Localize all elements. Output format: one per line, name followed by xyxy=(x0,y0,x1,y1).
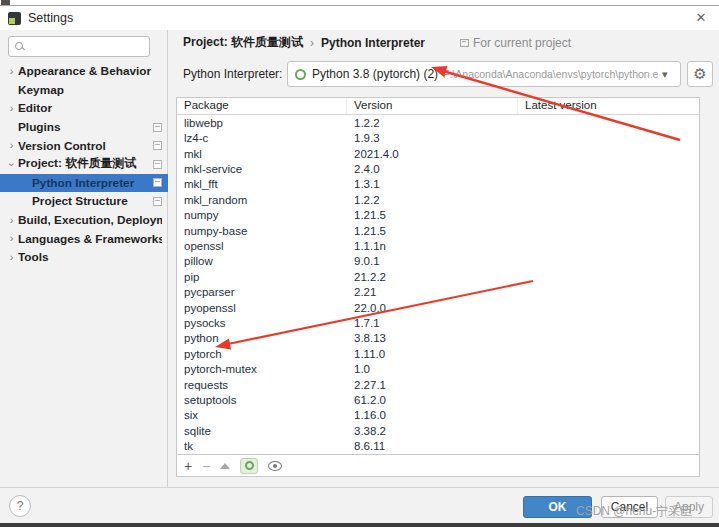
table-row[interactable]: numpy1.21.5 xyxy=(177,207,699,222)
sidebar-item-keymap[interactable]: Keymap xyxy=(0,81,168,100)
package-name-cell: mkl-service xyxy=(177,163,347,175)
package-name-cell: mkl_random xyxy=(177,194,347,206)
package-name-cell: python xyxy=(177,332,347,344)
version-cell: 1.2.2 xyxy=(347,117,518,129)
table-row[interactable]: libwebp1.2.2 xyxy=(177,115,699,130)
column-header-latest-version[interactable]: Latest version xyxy=(518,98,699,114)
table-row[interactable]: pytorch1.11.0 xyxy=(177,346,699,361)
sidebar-item-label: Appearance & Behavior xyxy=(18,64,162,78)
per-project-settings-icon xyxy=(153,123,162,132)
table-row[interactable]: tk8.6.11 xyxy=(177,439,699,454)
watermark: CSDN @henu-宁采臣 xyxy=(576,503,692,520)
version-cell: 8.6.11 xyxy=(347,440,518,452)
breadcrumb-page: Python Interpreter xyxy=(321,36,425,50)
table-row[interactable]: requests2.27.1 xyxy=(177,377,699,392)
sidebar-item-build-execution-deployment[interactable]: ›Build, Execution, Deployment xyxy=(0,211,168,230)
chevron-right-icon[interactable]: › xyxy=(5,251,18,264)
package-table-header: Package Version Latest version xyxy=(177,98,699,115)
package-name-cell: pytorch xyxy=(177,348,347,360)
version-cell: 1.2.2 xyxy=(347,194,518,206)
sidebar-item-tools[interactable]: ›Tools xyxy=(0,248,168,267)
version-cell: 1.11.0 xyxy=(347,348,518,360)
package-toolbar: + − xyxy=(176,455,700,477)
sidebar-item-label: Project: 软件质量测试 xyxy=(18,156,153,172)
interpreter-select[interactable]: Python 3.8 (pytorch) (2) F:\Anaconda\Ana… xyxy=(287,61,681,87)
table-row[interactable]: mkl-service2.4.0 xyxy=(177,161,699,176)
version-cell: 1.21.5 xyxy=(347,209,518,221)
table-row[interactable]: pip21.2.2 xyxy=(177,269,699,284)
package-name-cell: mkl_fft xyxy=(177,178,347,190)
chevron-down-icon[interactable]: › xyxy=(5,158,18,171)
chevron-right-icon[interactable]: › xyxy=(5,102,18,115)
table-row[interactable]: pycparser2.21 xyxy=(177,284,699,299)
search-icon xyxy=(15,42,24,51)
table-row[interactable]: lz4-c1.9.3 xyxy=(177,130,699,145)
sidebar-item-python-interpreter[interactable]: Python Interpreter xyxy=(0,174,168,193)
table-row[interactable]: sqlite3.38.2 xyxy=(177,423,699,438)
package-name-cell: pip xyxy=(177,271,347,283)
eye-icon[interactable] xyxy=(268,461,282,471)
interpreter-value: Python 3.8 (pytorch) (2) xyxy=(312,67,438,81)
dialog-body: ›Appearance & BehaviorKeymap›EditorPlugi… xyxy=(0,30,719,487)
chevron-right-icon[interactable]: › xyxy=(5,214,18,227)
table-row[interactable]: numpy-base1.21.5 xyxy=(177,223,699,238)
package-name-cell: requests xyxy=(177,379,347,391)
version-cell: 22.0.0 xyxy=(347,302,518,314)
table-row[interactable]: pillow9.0.1 xyxy=(177,254,699,269)
breadcrumb-separator-icon: › xyxy=(310,36,314,50)
chevron-right-icon[interactable]: › xyxy=(5,139,18,152)
sidebar-item-label: Plugins xyxy=(18,120,153,134)
per-project-settings-icon xyxy=(153,141,162,150)
table-row[interactable]: pysocks1.7.1 xyxy=(177,315,699,330)
package-name-cell: pysocks xyxy=(177,317,347,329)
main-pane: Project: 软件质量测试 › Python Interpreter For… xyxy=(169,30,719,487)
package-table-body: libwebp1.2.2lz4-c1.9.3mkl2021.4.0mkl-ser… xyxy=(177,115,699,454)
version-cell: 9.0.1 xyxy=(347,255,518,267)
version-cell: 1.1.1n xyxy=(347,240,518,252)
version-cell: 2.4.0 xyxy=(347,163,518,175)
chevron-right-icon[interactable]: › xyxy=(5,232,18,245)
version-cell: 1.7.1 xyxy=(347,317,518,329)
remove-package-button[interactable]: − xyxy=(202,459,210,473)
upgrade-package-icon[interactable] xyxy=(220,463,230,469)
table-row[interactable]: setuptools61.2.0 xyxy=(177,392,699,407)
version-cell: 3.8.13 xyxy=(347,332,518,344)
chevron-right-icon[interactable]: › xyxy=(5,65,18,78)
table-row[interactable]: mkl_fft1.3.1 xyxy=(177,177,699,192)
breadcrumb-project[interactable]: Project: 软件质量测试 xyxy=(183,34,303,51)
sidebar-item-editor[interactable]: ›Editor xyxy=(0,99,168,118)
sidebar-item-version-control[interactable]: ›Version Control xyxy=(0,136,168,155)
close-icon[interactable]: ✕ xyxy=(693,10,709,26)
table-row[interactable]: openssl1.1.1n xyxy=(177,238,699,253)
breadcrumb: Project: 软件质量测试 › Python Interpreter For… xyxy=(183,34,571,51)
table-row[interactable]: pytorch-mutex1.0 xyxy=(177,362,699,377)
package-table: Package Version Latest version libwebp1.… xyxy=(176,97,700,455)
table-row[interactable]: pyopenssl22.0.0 xyxy=(177,300,699,315)
package-name-cell: pyopenssl xyxy=(177,302,347,314)
column-header-version[interactable]: Version xyxy=(347,98,518,114)
use-conda-toggle[interactable] xyxy=(240,458,258,474)
table-row[interactable]: mkl2021.4.0 xyxy=(177,146,699,161)
package-name-cell: libwebp xyxy=(177,117,347,129)
sidebar-item-project[interactable]: ›Project: 软件质量测试 xyxy=(0,155,168,174)
version-cell: 2.27.1 xyxy=(347,379,518,391)
help-button[interactable]: ? xyxy=(9,495,31,517)
table-row[interactable]: mkl_random1.2.2 xyxy=(177,192,699,207)
sidebar-item-label: Project Structure xyxy=(32,194,153,208)
gear-icon[interactable]: ⚙ xyxy=(687,61,713,87)
screenshot-bottom-edge xyxy=(0,523,719,527)
package-name-cell: pytorch-mutex xyxy=(177,363,347,375)
table-row[interactable]: python3.8.13 xyxy=(177,331,699,346)
sidebar-item-appearance-behavior[interactable]: ›Appearance & Behavior xyxy=(0,62,168,81)
search-input[interactable] xyxy=(8,36,150,57)
package-name-cell: setuptools xyxy=(177,394,347,406)
version-cell: 3.38.2 xyxy=(347,425,518,437)
table-row[interactable]: six1.16.0 xyxy=(177,408,699,423)
sidebar-item-project-structure[interactable]: Project Structure xyxy=(0,192,168,211)
conda-icon xyxy=(295,69,306,80)
column-header-package[interactable]: Package xyxy=(177,98,347,114)
sidebar-item-plugins[interactable]: Plugins xyxy=(0,118,168,137)
add-package-button[interactable]: + xyxy=(184,459,192,473)
sidebar-item-languages-frameworks[interactable]: ›Languages & Frameworks xyxy=(0,229,168,248)
package-name-cell: numpy-base xyxy=(177,225,347,237)
